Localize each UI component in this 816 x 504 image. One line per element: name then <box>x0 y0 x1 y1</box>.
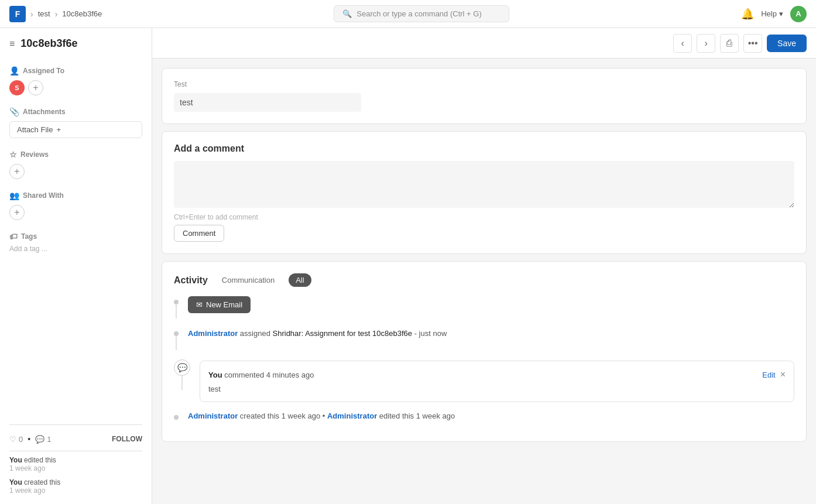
help-button[interactable]: Help ▾ <box>761 9 783 18</box>
avatar[interactable]: A <box>790 6 807 22</box>
activity-title: Activity <box>174 275 208 286</box>
breadcrumb-sep1: › <box>30 9 33 19</box>
test-label: Test <box>174 80 794 88</box>
comment-button[interactable]: Comment <box>174 225 224 242</box>
assignment-time: just now <box>419 329 447 338</box>
top-nav: F › test › 10c8eb3f6e 🔍 Search or type a… <box>0 0 816 28</box>
test-value[interactable]: test <box>174 93 361 112</box>
log-item-0: You edited this1 week ago <box>9 456 142 472</box>
next-button[interactable]: › <box>697 34 715 53</box>
attachments-label: 📎 Attachments <box>9 107 142 116</box>
comment-bubble-actor: You <box>208 371 222 379</box>
assigned-to-label: 👤 Assigned To <box>9 66 142 76</box>
separator <box>9 451 142 451</box>
attach-file-button[interactable]: Attach File + <box>9 121 142 138</box>
search-icon: 🔍 <box>342 9 352 18</box>
page-title: 10c8eb3f6e <box>20 37 77 50</box>
person-icon: 👤 <box>9 66 19 76</box>
activity-meta: ♡ 0 • 💬 1 FOLLOW <box>9 434 142 444</box>
activity-header: Activity Communication All <box>174 273 794 287</box>
main-wrapper: ≡ 10c8eb3f6e 👤 Assigned To S + 📎 Attachm… <box>0 28 816 504</box>
comment-edit-button[interactable]: Edit <box>762 371 775 379</box>
activity-card: Activity Communication All ✉ <box>162 261 807 442</box>
reviews-section: ☆ Reviews + <box>9 150 142 179</box>
add-tag-text[interactable]: Add a tag ... <box>9 245 142 253</box>
dot-separator: • <box>28 434 30 444</box>
timeline-item-created: Administrator created this 1 week ago • … <box>174 412 794 430</box>
timeline-dot-email <box>174 300 179 304</box>
assigned-to-avatars: S + <box>9 80 142 95</box>
new-email-label: New Email <box>206 300 242 309</box>
top-nav-right: 🔔 Help ▾ A <box>741 6 807 22</box>
app-icon[interactable]: F <box>9 6 26 22</box>
comments-count[interactable]: 💬 1 <box>35 435 51 444</box>
help-label: Help <box>761 9 777 18</box>
comment-title: Add a comment <box>174 143 794 154</box>
print-button[interactable]: ⎙ <box>720 34 739 53</box>
comment-close-button[interactable]: × <box>780 369 786 380</box>
timeline-dot-assignment <box>174 331 179 336</box>
timeline-item-comment: 💬 You commented 4 minutes ago <box>174 359 794 412</box>
comment-card: Add a comment Ctrl+Enter to add comment … <box>162 131 807 254</box>
created-time1: 1 week ago <box>282 412 321 420</box>
sidebar: ≡ 10c8eb3f6e 👤 Assigned To S + 📎 Attachm… <box>0 28 152 504</box>
new-email-button[interactable]: ✉ New Email <box>188 296 251 313</box>
activity-timeline: ✉ New Email Administrator <box>174 296 794 430</box>
test-card: Test test <box>162 68 807 124</box>
tags-section: 🏷 Tags Add a tag ... <box>9 232 142 253</box>
assigned-to-section: 👤 Assigned To S + <box>9 66 142 95</box>
assignment-details: Shridhar: Assignment for test 10c8eb3f6e <box>273 329 412 338</box>
reviews-label: ☆ Reviews <box>9 150 142 159</box>
attach-file-label: Attach File <box>17 125 53 134</box>
assigned-avatar-s[interactable]: S <box>9 80 25 95</box>
created-time2: 1 week ago <box>416 412 455 420</box>
sidebar-bottom: ♡ 0 • 💬 1 FOLLOW You edited this1 week a… <box>9 424 142 495</box>
heart-icon: ♡ <box>9 435 16 444</box>
search-bar[interactable]: 🔍 Search or type a command (Ctrl + G) <box>334 5 509 22</box>
email-icon: ✉ <box>196 300 203 309</box>
add-review-button[interactable]: + <box>9 164 25 179</box>
assignment-text: Administrator assigned Shridhar: Assignm… <box>188 328 447 340</box>
save-button[interactable]: Save <box>767 35 807 52</box>
tags-label: 🏷 Tags <box>9 232 142 241</box>
likes-count[interactable]: ♡ 0 <box>9 435 23 444</box>
content-area: Test test Add a comment Ctrl+Enter to ad… <box>152 59 816 504</box>
breadcrumb-id[interactable]: 10c8eb3f6e <box>62 9 102 18</box>
breadcrumb-test[interactable]: test <box>38 9 50 18</box>
activity-log: You edited this1 week ago You created th… <box>9 456 142 495</box>
comment-bubble-wrapper: You commented 4 minutes ago Edit × <box>200 359 794 402</box>
comment-textarea[interactable] <box>174 161 794 208</box>
tab-communication[interactable]: Communication <box>215 273 282 287</box>
add-shared-button[interactable]: + <box>9 205 25 220</box>
comment-hint: Ctrl+Enter to add comment <box>174 213 794 221</box>
paperclip-icon: 📎 <box>9 107 19 116</box>
timeline-item-email: ✉ New Email <box>174 296 794 328</box>
page-header: ≡ 10c8eb3f6e <box>9 37 142 54</box>
tag-icon: 🏷 <box>9 232 18 241</box>
assignment-actor: Administrator <box>188 329 238 338</box>
chevron-down-icon: ▾ <box>779 9 783 18</box>
shared-with-label: 👥 Shared With <box>9 191 142 200</box>
created-actor2: Administrator <box>327 412 377 420</box>
bell-icon[interactable]: 🔔 <box>741 8 754 20</box>
right-panel: ‹ › ⎙ ••• Save Test test Add a comment C… <box>152 28 816 504</box>
more-button[interactable]: ••• <box>743 34 762 53</box>
attachments-section: 📎 Attachments Attach File + <box>9 107 142 138</box>
menu-icon[interactable]: ≡ <box>9 39 15 49</box>
comment-bubble-action: commented <box>224 371 266 379</box>
comment-bubble-time: 4 minutes ago <box>266 371 314 379</box>
add-assignee-button[interactable]: + <box>28 80 43 95</box>
prev-button[interactable]: ‹ <box>673 34 692 53</box>
people-icon: 👥 <box>9 191 19 200</box>
comment-bubble: You commented 4 minutes ago Edit × <box>200 361 794 402</box>
timeline-dot-created <box>174 415 179 420</box>
search-placeholder: Search or type a command (Ctrl + G) <box>356 9 482 18</box>
tab-all[interactable]: All <box>289 273 311 287</box>
follow-button[interactable]: FOLLOW <box>112 435 142 443</box>
created-actor1: Administrator <box>188 412 238 420</box>
shared-with-section: 👥 Shared With + <box>9 191 142 220</box>
timeline-item-assignment: Administrator assigned Shridhar: Assignm… <box>174 328 794 359</box>
breadcrumb-sep2: › <box>55 9 58 19</box>
comment-bubble-text: test <box>208 385 786 393</box>
comment-bubble-header: You commented 4 minutes ago Edit × <box>208 369 786 380</box>
